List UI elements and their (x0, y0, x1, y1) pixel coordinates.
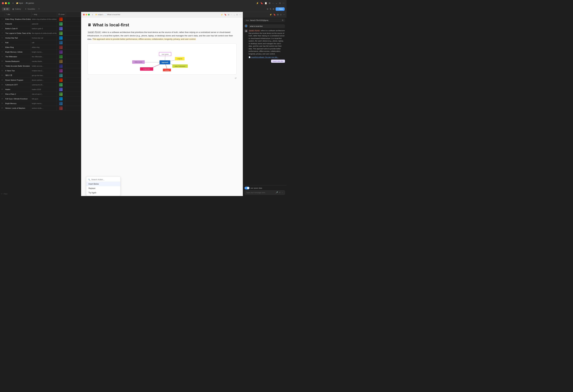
slug-type-icon: ≈ (33, 13, 33, 15)
toolbar-icon-4[interactable]: ⊞ (269, 2, 270, 4)
cell-slug: totally-accura... (31, 64, 57, 68)
toolbar-dots[interactable]: ⋯ (283, 2, 285, 4)
tab-all[interactable]: ⊞ All (2, 7, 10, 11)
table-row[interactable]: 12It Takes Twoit-takes-two-2... (0, 68, 81, 73)
doc-fullscreen-button[interactable] (88, 14, 90, 16)
cell-row-num: 6 (0, 40, 4, 45)
space-data-toggle[interactable] (245, 187, 250, 189)
action-item-insert-below[interactable]: Insert Below (86, 182, 120, 186)
doc-hamburger-icon[interactable]: ≡ (92, 14, 93, 16)
table-row[interactable]: 9The Riftbreakerthe-riftbreake... (0, 54, 81, 59)
toolbar-icon-3[interactable]: 📋 (265, 2, 267, 4)
table-row[interactable]: 20Wolcen: Lords of Mayhemwolcen-lords-..… (0, 106, 81, 110)
ai-chrome-icon-3[interactable]: ⊞ (277, 13, 279, 16)
doc-toolbar-chevron[interactable]: ⌄ (233, 14, 235, 16)
col-header-cover[interactable]: 🖼 cover (57, 12, 66, 17)
tab-soulslike[interactable]: ✦ Soulslike (23, 7, 37, 11)
bot-avatar: 🤖 (245, 29, 248, 33)
insert-into-doc-button[interactable]: Insert into doc (271, 60, 285, 63)
cell-row-num: 9 (0, 54, 4, 59)
table-row[interactable]: 18Fall Guys: Ultimate Knockoutfall-guys (0, 96, 81, 101)
window-chrome: ≡ 📁 input › 🎮 games ⚡ 🔖 📋 ⊞ ··· ⌄ ⊙ ⋯ (0, 0, 286, 6)
table-row[interactable]: 17Risk of Rain 2risk-of-rain-2... (0, 92, 81, 96)
toolbar-icon-1[interactable]: ⚡ (256, 2, 259, 4)
filter-icon[interactable]: ⊛ (267, 8, 269, 10)
action-item-replace[interactable]: Replace (86, 186, 120, 191)
ai-settings-icon[interactable]: ⚙ (282, 19, 284, 21)
minimize-button[interactable] (5, 2, 7, 4)
mic-icon[interactable]: 🎤 (276, 192, 278, 194)
search-icon: 🔍 (88, 179, 90, 181)
doc-traffic-lights (83, 14, 90, 16)
toolbar-icon-5[interactable]: ⊙ (279, 2, 281, 4)
table-row[interactable]: 3Baldur's Gate IIIbaldurs-gate-3 (0, 26, 81, 31)
sort-icon[interactable]: ⇅ (270, 8, 271, 10)
ai-chrome-icon-1[interactable]: ⚡ (269, 13, 272, 16)
tab-gallery-label: Gallery (15, 8, 21, 10)
database-panel: T title ≈ slug 🖼 cover 1Elden Ring: Shad… (0, 12, 81, 196)
ai-chrome-icon-2[interactable]: 🔖 (273, 13, 276, 16)
doc-toolbar-dot[interactable]: ⊙ (236, 14, 238, 16)
table-row[interactable]: 16Hadeshades-2018 (0, 87, 81, 92)
svg-text:Better Performance: Better Performance (175, 66, 185, 67)
table-row[interactable]: 1Elden Ring: Shadow of the Erdtreeelden-… (0, 17, 81, 21)
table-row[interactable]: 10Naraka Bladepointnaraka-blade... (0, 59, 81, 64)
main-area: T title ≈ slug 🖼 cover 1Elden Ring: Shad… (0, 12, 286, 196)
action-item-try-again[interactable]: Try Again (86, 191, 120, 195)
toolbar-chevron[interactable]: ⌄ (276, 2, 277, 4)
toolbar-icon-2[interactable]: 🔖 (260, 2, 263, 4)
ai-chrome-more[interactable]: ⋯ (283, 13, 285, 16)
ai-panel-chrome: ⚡ 🔖 ⊞ ⊙ ⋯ (243, 12, 286, 18)
refresh-input-icon[interactable]: ↺ (279, 192, 280, 194)
ai-source-link[interactable]: 📄 Local-first software: You own your dat… (249, 56, 285, 58)
ai-model-selector[interactable]: base llama3-70b-8192@groq ⚙ (245, 19, 285, 22)
add-row-button[interactable]: + + New (0, 192, 81, 196)
toolbar-more[interactable]: ··· (272, 2, 274, 4)
table-row[interactable]: 7Elden Ringelden-ring (0, 45, 81, 50)
doc-minimize-button[interactable] (86, 14, 87, 16)
tab-gallery[interactable]: ▦ Gallery (10, 7, 23, 11)
hamburger-icon[interactable]: ≡ (12, 2, 14, 4)
doc-toolbar-dots[interactable]: ⋯ (239, 14, 241, 16)
doc-toolbar-more[interactable]: ··· (231, 14, 232, 16)
cover-image (59, 88, 63, 91)
view-icon[interactable]: ⊞ (273, 8, 274, 10)
doc-toolbar-1[interactable]: ⚡ (221, 14, 223, 16)
col-header-slug[interactable]: ≈ slug (32, 12, 57, 17)
cell-cover (57, 64, 65, 68)
cover-image (59, 18, 63, 21)
cell-title: Elden Ring (4, 45, 31, 50)
new-button[interactable]: + New (276, 7, 285, 11)
cell-cover (57, 92, 65, 96)
refresh-icon[interactable]: ↺ (235, 77, 236, 79)
doc-toolbar-3[interactable]: ⊞ (228, 14, 229, 16)
doc-close-button[interactable] (83, 14, 85, 16)
table-row[interactable]: 14Dyson Sphere Programdyson-sphere... (0, 78, 81, 82)
cell-row-num: 8 (0, 50, 4, 54)
cell-slug: wolcen-lords-... (31, 106, 57, 110)
table-row[interactable]: 19Bright Memorybright-memo... (0, 101, 81, 106)
tab-add-button[interactable]: + (37, 7, 41, 11)
table-row[interactable]: 11Totally Accurate Battle Simulatortotal… (0, 64, 81, 68)
send-icon[interactable]: → (281, 192, 283, 194)
doc-toolbar-2[interactable]: 🔖 (224, 14, 227, 16)
table-row[interactable]: 4The Legend of Zelda: Tears of the Kingd… (0, 31, 81, 36)
table-row[interactable]: 15Cyberpunk 2077cyberpunk-20... (0, 82, 81, 87)
table-row[interactable]: 5Honkai Star Railhonkai-star-rail (0, 36, 81, 40)
cell-row-num: 11 (0, 64, 4, 68)
action-search-input[interactable] (91, 178, 118, 181)
table-row[interactable]: 2Palworldpalworld (0, 21, 81, 26)
table-row[interactable]: 6Raftraft (0, 40, 81, 45)
col-header-title[interactable]: T title (5, 12, 32, 17)
cover-image (59, 41, 63, 44)
cell-row-num: 18 (0, 96, 4, 101)
fullscreen-button[interactable] (8, 2, 10, 4)
ai-chrome-icon-4[interactable]: ⊙ (280, 13, 282, 16)
cell-slug: gui-gu-ba-hua... (31, 73, 57, 78)
mindmap-svg: Approach User Control Longevity Better P… (91, 47, 233, 71)
ai-input-placeholder[interactable]: Type your message here. (246, 192, 275, 194)
close-button[interactable] (2, 2, 4, 4)
table-row[interactable]: 8Bright Memory: Infinitebright-memo... (0, 50, 81, 54)
cell-title: Totally Accurate Battle Simulator (4, 64, 31, 68)
table-row[interactable]: 13鬼谷八荒gui-gu-ba-hua... (0, 73, 81, 78)
